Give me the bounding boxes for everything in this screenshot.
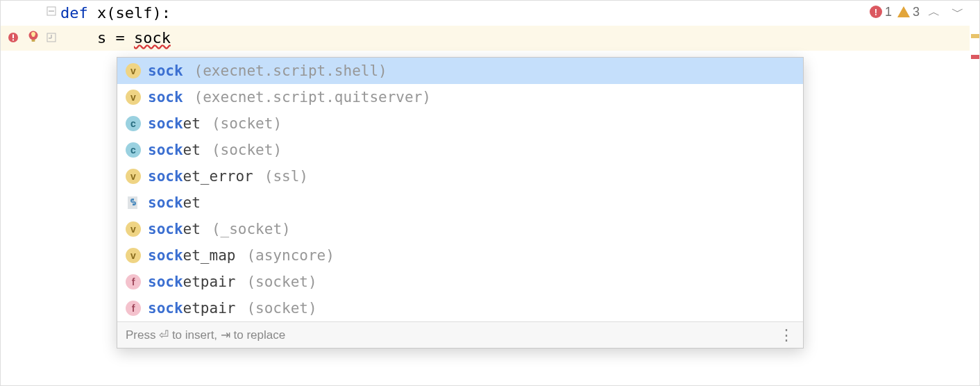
indent <box>60 29 97 47</box>
prev-highlight-button[interactable]: ︿ <box>925 3 943 20</box>
completion-item-source: (socket) <box>246 274 316 290</box>
paren-open: ( <box>106 4 115 22</box>
svg-rect-3 <box>12 35 14 39</box>
completion-popup[interactable]: vsock(execnet.script.shell)vsock(execnet… <box>117 57 804 349</box>
f-kind-icon: f <box>126 301 141 316</box>
gutter-line <box>1 1 58 26</box>
error-badge-icon: ! <box>870 6 882 18</box>
completion-item[interactable]: socket <box>117 190 803 216</box>
completion-list[interactable]: vsock(execnet.script.shell)vsock(execnet… <box>117 58 803 321</box>
intention-bulb-icon[interactable] <box>26 29 41 44</box>
editor-gutter <box>1 1 58 385</box>
completion-item[interactable]: fsocketpair(socket) <box>117 269 803 295</box>
next-highlight-button[interactable]: ﹀ <box>949 3 967 20</box>
completion-item-name: socket_map <box>148 247 235 264</box>
completion-item-source: (asyncore) <box>246 247 334 264</box>
completion-item-source: (execnet.script.shell) <box>194 62 387 79</box>
error-count[interactable]: ! 1 <box>870 5 892 19</box>
inspection-summary[interactable]: ! 1 3 ︿ ﹀ <box>870 3 967 20</box>
completion-item[interactable]: vsock(execnet.script.shell) <box>117 58 803 84</box>
python-file-icon <box>126 195 141 210</box>
completion-item-source: (socket) <box>212 115 282 132</box>
completion-item-source: (socket) <box>246 300 316 317</box>
completion-hint: Press ⏎ to insert, ⇥ to replace <box>126 328 285 342</box>
code-line-2[interactable]: s = sock <box>58 26 979 51</box>
completion-item-name: socket <box>148 142 201 158</box>
completion-item-name: socketpair <box>148 300 235 317</box>
c-kind-icon: c <box>126 142 141 158</box>
v-kind-icon: v <box>126 90 141 105</box>
completion-more-button[interactable]: ⋮ <box>779 326 795 344</box>
error-stripe[interactable] <box>970 1 979 385</box>
function-name: x <box>97 4 106 22</box>
error-count-value: 1 <box>885 5 892 19</box>
completion-item[interactable]: csocket(socket) <box>117 137 803 163</box>
fold-minus-icon[interactable] <box>47 6 56 16</box>
f-kind-icon: f <box>126 274 141 290</box>
gutter-line-active <box>1 26 58 51</box>
completion-item-name: sock <box>148 62 183 79</box>
warning-triangle-icon <box>897 6 910 17</box>
svg-rect-4 <box>12 40 14 41</box>
colon: : <box>162 4 171 22</box>
completion-item[interactable]: vsock(execnet.script.quitserver) <box>117 84 803 110</box>
c-kind-icon: c <box>126 116 141 131</box>
completion-item[interactable]: csocket(socket) <box>117 110 803 137</box>
paren-close: ) <box>152 4 161 22</box>
typed-identifier: sock <box>134 29 171 47</box>
completion-footer: Press ⏎ to insert, ⇥ to replace ⋮ <box>117 321 803 348</box>
v-kind-icon: v <box>126 221 141 237</box>
stripe-warning-mark[interactable] <box>971 34 979 38</box>
completion-item-name: socket <box>148 221 201 237</box>
completion-item-name: socketpair <box>148 274 235 290</box>
v-kind-icon: v <box>126 63 141 78</box>
completion-item-source: (_socket) <box>212 221 291 237</box>
warning-count-value: 3 <box>913 5 920 19</box>
v-kind-icon: v <box>126 248 141 263</box>
keyword-def: def <box>60 4 97 22</box>
error-icon[interactable] <box>8 32 19 43</box>
completion-item[interactable]: vsocket(_socket) <box>117 216 803 242</box>
completion-item-source: (ssl) <box>264 168 308 185</box>
completion-item-source: (socket) <box>212 142 282 158</box>
fold-end-icon[interactable] <box>47 33 56 42</box>
completion-item-source: (execnet.script.quitserver) <box>194 89 431 106</box>
completion-item-name: sock <box>148 89 183 106</box>
completion-item-name: socket <box>148 115 201 132</box>
completion-item[interactable]: vsocket_map(asyncore) <box>117 242 803 269</box>
warning-count[interactable]: 3 <box>897 5 920 19</box>
equals: = <box>106 29 134 47</box>
completion-item-name: socket <box>148 194 201 211</box>
variable-s: s <box>97 29 106 47</box>
stripe-error-mark[interactable] <box>971 55 979 59</box>
svg-rect-6 <box>32 40 35 42</box>
code-line-1[interactable]: def x(self): <box>58 1 979 26</box>
completion-item[interactable]: vsocket_error(ssl) <box>117 163 803 190</box>
v-kind-icon: v <box>126 169 141 184</box>
completion-item[interactable]: fsocketpair(socket) <box>117 295 803 321</box>
param-self: self <box>115 4 152 22</box>
completion-item-name: socket_error <box>148 168 253 185</box>
